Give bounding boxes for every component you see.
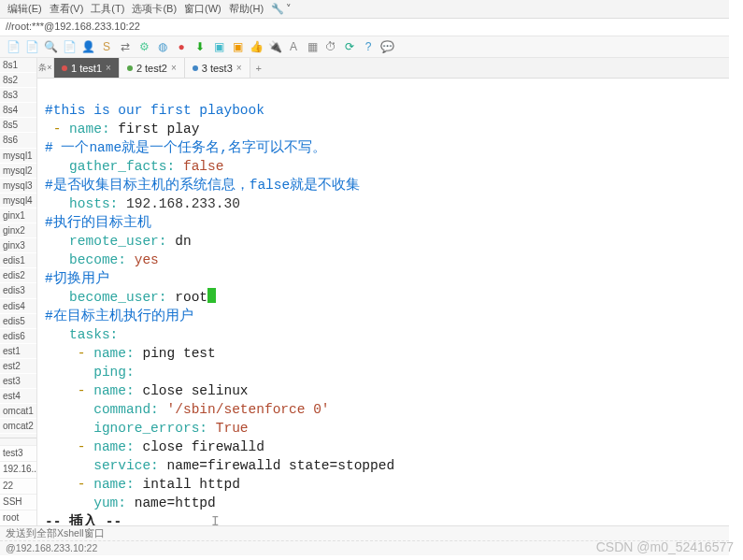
chat-icon[interactable]: 💬 <box>379 39 394 54</box>
sidebar-item[interactable]: 8s6 <box>0 133 36 148</box>
ref-icon[interactable]: ⟳ <box>342 39 357 54</box>
sidebar-item[interactable]: ginx3 <box>0 238 36 253</box>
status-dot-icon <box>127 65 133 71</box>
sidebar-item[interactable]: est2 <box>0 359 36 374</box>
text-cursor-icon: I <box>211 514 220 525</box>
sidebar-item[interactable]: 8s1 <box>0 58 36 73</box>
red-icon[interactable]: ● <box>174 39 189 54</box>
doc2-icon[interactable]: 📄 <box>62 39 77 54</box>
sidebar-item[interactable]: 8s4 <box>0 103 36 118</box>
status-dot-icon <box>62 65 67 71</box>
tab-label: 2 test2 <box>136 63 167 74</box>
status-dot-icon <box>193 65 198 71</box>
sidebar-item[interactable]: edis3 <box>0 283 36 298</box>
sidebar-item[interactable]: mysql2 <box>0 164 36 179</box>
tab-add-button[interactable]: + <box>250 58 267 78</box>
tabbar: 条× 1 test1×2 test2×3 test3× + <box>37 58 729 79</box>
close-icon[interactable]: × <box>236 63 242 73</box>
plug-icon[interactable]: 🔌 <box>267 39 282 54</box>
menu-window[interactable]: 窗口(W) <box>182 2 223 16</box>
tab-3-test3[interactable]: 3 test3× <box>185 58 250 78</box>
help-icon[interactable]: ? <box>361 39 376 54</box>
sidebar-item[interactable]: edis2 <box>0 268 36 283</box>
gear-icon[interactable]: ⚙ <box>136 39 151 54</box>
vim-status: -- 插入 -- <box>45 514 121 525</box>
sidebar-item[interactable]: edis5 <box>0 314 36 329</box>
blue-icon[interactable]: ▣ <box>211 39 226 54</box>
sidebar-info-item: 22 <box>0 478 36 494</box>
sidebar-info-item: root <box>0 510 36 525</box>
sidebar-info-item: SSH <box>0 494 36 510</box>
tab-label: 3 test3 <box>202 63 233 74</box>
doc-icon[interactable]: 📄 <box>24 39 39 54</box>
menubar: 编辑(E) 查看(V) 工具(T) 选项卡(B) 窗口(W) 帮助(H) 🔧˅ <box>0 0 729 19</box>
text-icon[interactable]: A <box>286 39 301 54</box>
script-icon[interactable]: S <box>99 39 114 54</box>
yaml-comment: #this is our first playbook <box>45 103 264 118</box>
sidebar-item[interactable]: est1 <box>0 344 36 359</box>
menu-help[interactable]: 帮助(H) <box>227 2 265 16</box>
sidebar-item[interactable]: mysql1 <box>0 149 36 164</box>
sidebar-item[interactable]: edis6 <box>0 329 36 344</box>
search-icon[interactable]: 🔍 <box>43 39 58 54</box>
arrows-icon[interactable]: ⇄ <box>118 39 133 54</box>
grid-icon[interactable]: ▦ <box>305 39 320 54</box>
tab-2-test2[interactable]: 2 test2× <box>120 58 185 78</box>
user-icon[interactable]: 👤 <box>80 39 95 54</box>
session-sidebar: 8s18s28s38s48s58s6mysql1mysql2mysql3mysq… <box>0 58 37 525</box>
close-icon[interactable]: × <box>171 63 177 73</box>
menu-tabs[interactable]: 选项卡(B) <box>130 2 179 16</box>
clock-icon[interactable]: ⏱ <box>323 39 338 54</box>
editor[interactable]: #this is our first playbook - name: firs… <box>37 79 729 525</box>
address-bar[interactable]: //root:***@192.168.233.10:22 <box>0 19 729 36</box>
orange-icon[interactable]: ▣ <box>230 39 245 54</box>
sidebar-item[interactable]: omcat1 <box>0 404 36 419</box>
sidebar-item[interactable]: 8s2 <box>0 73 36 88</box>
sidebar-item[interactable]: 8s3 <box>0 88 36 103</box>
sidebar-item[interactable]: mysql4 <box>0 194 36 208</box>
status-hint: 发送到全部Xshell窗口 <box>0 525 729 540</box>
sidebar-info-item: 192.16... <box>0 461 36 477</box>
tab-label: 1 test1 <box>71 63 102 74</box>
sidebar-item[interactable]: ginx1 <box>0 208 36 223</box>
menu-edit[interactable]: 编辑(E) <box>6 2 44 16</box>
dl-icon[interactable]: ⬇ <box>193 39 207 54</box>
tab-1-test1[interactable]: 1 test1× <box>54 58 120 78</box>
menu-view[interactable]: 查看(V) <box>48 2 86 16</box>
status-host: @192.168.233.10:22 <box>0 540 729 555</box>
sidebar-item[interactable]: mysql3 <box>0 179 36 194</box>
node-icon[interactable]: ◍ <box>155 39 170 54</box>
sidebar-item[interactable]: est4 <box>0 389 36 404</box>
close-icon[interactable]: × <box>106 63 111 73</box>
sidebar-item[interactable]: 8s5 <box>0 118 36 133</box>
sidebar-item[interactable]: est3 <box>0 374 36 389</box>
tab-pre[interactable]: 条× <box>37 58 54 78</box>
cursor <box>207 288 216 303</box>
sidebar-item[interactable]: omcat2 <box>0 419 36 434</box>
sidebar-item[interactable]: ginx2 <box>0 223 36 238</box>
menu-wrench-icon[interactable]: 🔧˅ <box>269 3 295 15</box>
menu-tools[interactable]: 工具(T) <box>89 2 126 16</box>
sidebar-item[interactable]: edis4 <box>0 299 36 314</box>
sidebar-info-item: test3 <box>0 445 36 461</box>
sidebar-item[interactable]: edis1 <box>0 253 36 268</box>
toolbar: 📄📄🔍📄👤S⇄⚙◍●⬇▣▣👍🔌A▦⏱⟳?💬 <box>0 36 729 58</box>
like-icon[interactable]: 👍 <box>249 39 264 54</box>
file-icon[interactable]: 📄 <box>6 39 21 54</box>
